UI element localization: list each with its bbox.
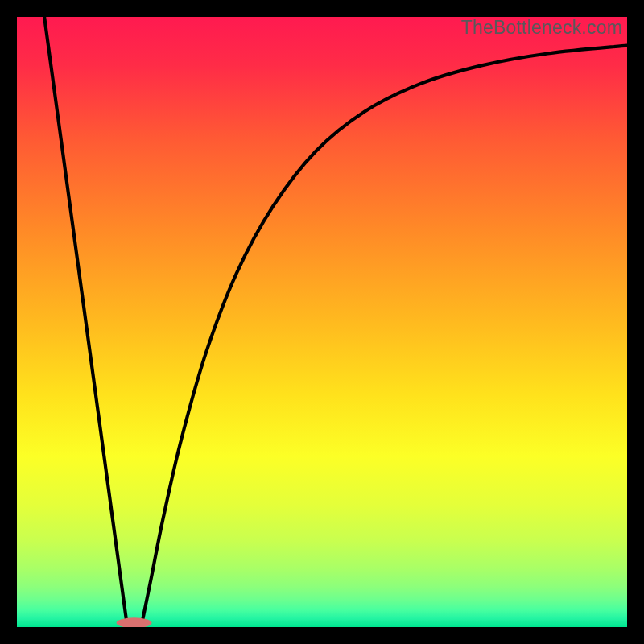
watermark-text: TheBottleneck.com: [461, 17, 622, 39]
chart-svg: [17, 17, 627, 627]
gradient-background: [17, 17, 627, 627]
plot-area: TheBottleneck.com: [17, 17, 627, 627]
